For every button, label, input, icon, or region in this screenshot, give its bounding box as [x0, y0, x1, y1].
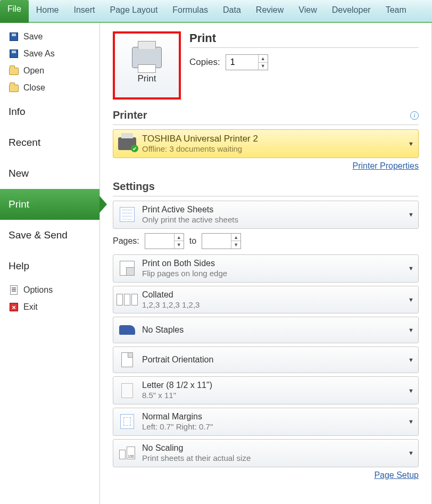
printer-status: Offline: 3 documents waiting: [142, 144, 403, 154]
divider: [189, 47, 419, 48]
nav-save[interactable]: Save: [0, 28, 99, 45]
duplex-dropdown[interactable]: Print on Both Sides Flip pages on long e…: [113, 254, 419, 283]
copies-label: Copies:: [189, 57, 220, 68]
chevron-down-icon: ▼: [408, 450, 414, 456]
tab-review[interactable]: Review: [248, 0, 291, 22]
paper-title: Letter (8 1/2 x 11"): [142, 380, 403, 391]
tab-formulas[interactable]: Formulas: [165, 0, 215, 22]
options-icon: [9, 285, 19, 295]
pages-to-input[interactable]: [202, 234, 231, 249]
copies-down-icon[interactable]: ▼: [259, 63, 268, 70]
printer-icon: [132, 47, 162, 68]
print-heading: Print: [189, 31, 419, 45]
nav-open-label: Open: [23, 66, 44, 76]
nav-exit-label: Exit: [23, 302, 38, 312]
chevron-down-icon: ▼: [408, 265, 414, 271]
folder-open-icon: [9, 65, 19, 76]
divider: [113, 125, 419, 125]
copies-input[interactable]: [226, 55, 258, 70]
collate-title: Collated: [142, 290, 403, 300]
printer-name: TOSHIBA Universal Printer 2: [142, 133, 403, 144]
pages-to-spinner[interactable]: ▲▼: [202, 233, 241, 249]
chevron-down-icon: ▼: [408, 327, 414, 333]
exit-icon: ×: [9, 302, 19, 312]
nav-save-as[interactable]: Save As: [0, 45, 99, 62]
nav-recent[interactable]: Recent: [0, 127, 99, 158]
orientation-title: Portrait Orientation: [142, 354, 403, 365]
chevron-down-icon: ▼: [408, 211, 414, 218]
sheets-icon: [118, 205, 137, 224]
stapler-icon: [118, 320, 137, 340]
nav-exit[interactable]: × Exit: [0, 299, 99, 316]
margins-sub: Left: 0.7" Right: 0.7": [142, 422, 403, 432]
divider: [113, 196, 419, 196]
nav-options-label: Options: [23, 285, 53, 295]
tab-page-layout[interactable]: Page Layout: [102, 0, 165, 22]
margins-dropdown[interactable]: Normal Margins Left: 0.7" Right: 0.7" ▼: [113, 408, 419, 436]
up-icon[interactable]: ▲: [175, 234, 184, 242]
scaling-icon: [118, 443, 137, 462]
chevron-down-icon: ▼: [408, 418, 414, 425]
tab-developer[interactable]: Developer: [325, 0, 378, 22]
duplex-sub: Flip pages on long edge: [142, 269, 403, 279]
pages-from-spinner[interactable]: ▲▼: [145, 233, 184, 249]
print-button[interactable]: Print: [113, 31, 181, 100]
tab-home[interactable]: Home: [29, 0, 67, 22]
up-icon[interactable]: ▲: [231, 234, 240, 242]
scaling-dropdown[interactable]: No Scaling Print sheets at their actual …: [113, 439, 419, 467]
nav-open[interactable]: Open: [0, 62, 99, 79]
copies-up-icon[interactable]: ▲: [259, 55, 268, 63]
print-button-label: Print: [138, 73, 156, 84]
collate-icon: [118, 290, 137, 309]
scaling-sub: Print sheets at their actual size: [142, 453, 403, 464]
nav-save-send[interactable]: Save & Send: [0, 220, 99, 251]
save-icon: [9, 31, 19, 42]
nav-new[interactable]: New: [0, 158, 99, 189]
page-setup-link[interactable]: Page Setup: [374, 470, 419, 480]
printer-small-icon: [118, 134, 137, 153]
info-icon[interactable]: i: [410, 111, 419, 120]
paper-size-dropdown[interactable]: Letter (8 1/2 x 11") 8.5" x 11" ▼: [113, 376, 419, 404]
pages-to-label: to: [189, 236, 196, 246]
tab-data[interactable]: Data: [215, 0, 248, 22]
duplex-icon: [118, 259, 137, 278]
chevron-down-icon: ▼: [408, 387, 414, 394]
print-what-sub: Only print the active sheets: [142, 215, 403, 225]
staples-dropdown[interactable]: No Staples ▼: [113, 317, 419, 343]
nav-save-label: Save: [23, 32, 43, 42]
orientation-dropdown[interactable]: Portrait Orientation ▼: [113, 346, 419, 373]
ribbon-tabs: File Home Insert Page Layout Formulas Da…: [0, 0, 432, 23]
margins-icon: [118, 412, 137, 431]
nav-options[interactable]: Options: [0, 282, 99, 299]
printer-dropdown[interactable]: TOSHIBA Universal Printer 2 Offline: 3 d…: [113, 129, 419, 158]
settings-heading: Settings: [113, 180, 419, 193]
nav-print[interactable]: Print: [0, 189, 99, 220]
page-portrait-icon: [118, 350, 137, 369]
duplex-title: Print on Both Sides: [142, 258, 403, 269]
down-icon[interactable]: ▼: [175, 241, 184, 249]
pages-label: Pages:: [113, 236, 139, 246]
chevron-down-icon: ▼: [408, 357, 414, 363]
tab-view[interactable]: View: [291, 0, 324, 22]
copies-spinner[interactable]: ▲ ▼: [226, 54, 268, 70]
down-icon[interactable]: ▼: [231, 241, 240, 249]
paper-sub: 8.5" x 11": [142, 391, 403, 401]
printer-properties-link[interactable]: Printer Properties: [353, 161, 419, 170]
collate-dropdown[interactable]: Collated 1,2,3 1,2,3 1,2,3 ▼: [113, 286, 419, 314]
nav-help[interactable]: Help: [0, 251, 99, 282]
print-what-title: Print Active Sheets: [142, 204, 403, 215]
print-panel: Print Print Copies: ▲ ▼: [100, 23, 432, 504]
tab-team[interactable]: Team: [378, 0, 414, 22]
tab-insert[interactable]: Insert: [66, 0, 102, 22]
nav-save-as-label: Save As: [23, 49, 55, 59]
print-what-dropdown[interactable]: Print Active Sheets Only print the activ…: [113, 201, 419, 229]
chevron-down-icon: ▼: [408, 296, 414, 303]
pages-from-input[interactable]: [145, 234, 174, 249]
paper-icon: [118, 381, 137, 400]
collate-sub: 1,2,3 1,2,3 1,2,3: [142, 300, 403, 310]
nav-close[interactable]: Close: [0, 79, 99, 96]
tab-file[interactable]: File: [0, 0, 29, 23]
nav-info[interactable]: Info: [0, 96, 99, 127]
folder-close-icon: [9, 82, 19, 93]
chevron-down-icon: ▼: [408, 141, 414, 147]
